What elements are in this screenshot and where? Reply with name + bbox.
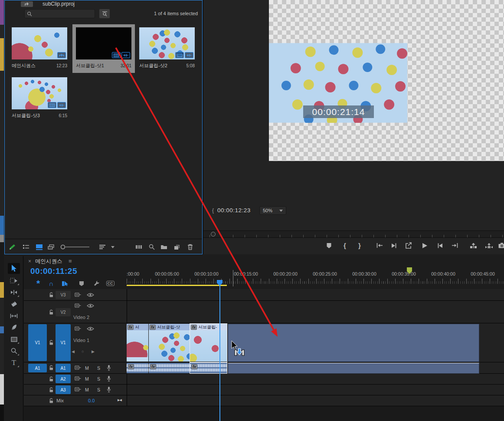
rectangle-tool[interactable] [8,334,20,345]
timeline-clip-video-3-selected[interactable]: fx서브클립- [190,324,227,362]
mute-toggle[interactable]: M [85,387,89,392]
track-lock-toggle[interactable] [49,340,54,345]
search-input[interactable] [24,9,95,18]
timeline-tab[interactable]: 메인시퀀스 [35,258,62,265]
step-forward-button[interactable] [435,241,444,250]
mark-out-button[interactable]: } [355,241,364,250]
ripple-edit-tool[interactable] [8,287,20,298]
mark-in-button[interactable]: { [340,241,349,250]
source-patch-a1[interactable]: A1 [28,364,47,372]
extract-button[interactable] [484,241,493,250]
track-name[interactable]: Video 1 [73,338,89,343]
sync-lock-toggle[interactable] [75,376,81,381]
track-lock-toggle[interactable] [49,387,54,393]
mute-toggle[interactable]: M [85,376,89,382]
track-lane-mix[interactable] [127,395,504,406]
program-current-timecode[interactable]: 00:00:12:23 [217,207,251,214]
solo-toggle[interactable]: S [97,376,100,382]
track-name[interactable]: Video 2 [73,315,89,320]
timeline-clip-video-2[interactable]: fx서브클립-샷 [149,324,190,362]
timeline-clip-audio-1[interactable]: fx [127,363,148,373]
solo-toggle[interactable]: S [97,387,100,392]
new-bin-button[interactable] [160,243,168,251]
type-tool[interactable]: T [8,357,20,368]
track-select-forward-tool[interactable] [8,275,20,286]
track-lock-toggle[interactable] [49,309,54,315]
target-track-a1[interactable]: A1 [56,364,71,372]
sync-lock-toggle[interactable] [75,303,81,308]
timeline-ruler[interactable]: :00:00 00:00:05:00 00:00:10:00 00:00:15:… [127,269,504,289]
timeline-current-timecode[interactable]: 00:00:11:25 [30,266,77,276]
go-to-in-button[interactable] [375,241,383,250]
step-back-button[interactable] [389,241,398,250]
sync-lock-toggle[interactable] [75,326,81,331]
track-lock-toggle[interactable] [49,398,54,404]
go-to-out-button[interactable] [451,241,459,250]
timeline-settings-button[interactable] [92,280,101,287]
sort-chevron[interactable] [109,243,117,251]
panel-menu-icon[interactable]: ≡ [69,258,72,264]
thumbnail-zoom-slider[interactable] [60,243,91,251]
mute-toggle[interactable]: M [85,365,89,371]
track-lane-a3[interactable] [127,385,504,395]
snap-toggle[interactable]: ∩ [46,280,56,287]
track-lock-toggle[interactable] [49,292,54,298]
slip-tool[interactable] [8,310,20,321]
project-writable-toggle[interactable] [8,243,16,251]
lift-button[interactable] [469,241,478,250]
track-output-toggle[interactable] [87,293,94,297]
playhead-line[interactable] [219,284,220,421]
list-view-button[interactable] [22,243,30,251]
next-keyframe-button[interactable]: ▶ [92,349,95,354]
target-track-v1[interactable]: V1 [56,324,71,361]
sync-lock-toggle[interactable] [75,365,81,370]
target-track-v3[interactable]: V3 [56,291,71,299]
close-icon[interactable]: × [28,258,31,264]
add-marker-button[interactable] [77,280,86,287]
add-keyframe-button[interactable]: ○ [82,349,84,354]
project-item-subclip-shot2[interactable]: 서브클립-샷25:08 [136,24,198,73]
track-output-toggle[interactable] [87,326,94,331]
timeline-clip-video-1[interactable]: fx서 [127,324,148,362]
new-item-button[interactable] [173,243,181,251]
project-item-subclip-shot1[interactable]: 서브클립-샷132:01 [72,24,135,73]
freeform-view-button[interactable] [47,243,55,251]
icon-view-button[interactable] [35,243,43,251]
previous-keyframe-button[interactable]: ◀ [72,349,75,354]
source-patch-v1[interactable]: V1 [28,324,47,361]
target-track-a3[interactable]: A3 [56,385,71,394]
sync-lock-toggle[interactable] [75,387,81,392]
razor-tool[interactable] [8,299,20,309]
selection-tool[interactable] [8,263,20,274]
linked-selection-toggle[interactable] [60,280,70,287]
voiceover-record-button[interactable] [107,386,111,393]
delete-button[interactable] [186,243,194,251]
solo-toggle[interactable]: S [97,365,100,371]
monitor-scrub-ruler[interactable] [203,230,504,238]
track-lane-a2[interactable] [127,374,504,385]
add-marker-button[interactable] [324,241,333,250]
keyframe-bowtie-icon[interactable]: ▶◀ [118,398,121,402]
pen-tool[interactable] [8,322,20,333]
captions-button[interactable]: CC [105,280,115,287]
track-output-toggle[interactable] [87,303,94,308]
navigate-up-button[interactable] [21,1,33,7]
monitor-zoom-select[interactable]: 50% [259,206,286,215]
automate-to-sequence-button[interactable] [135,243,143,251]
find-button[interactable] [99,9,110,18]
project-item-subclip-shot3[interactable]: 서브클립-샷36:15 [8,74,71,123]
track-lane-v2[interactable] [127,301,504,323]
nest-toggle[interactable]: * [33,280,43,287]
monitor-playhead-knob[interactable] [211,232,216,237]
timeline-clip-audio-3-selected[interactable]: fx [190,363,227,373]
target-track-a2[interactable]: A2 [56,375,71,383]
project-item-main-sequence[interactable]: 메인시퀀스12:23 [8,24,71,73]
timeline-clip-audio-2[interactable]: fx [149,363,190,373]
sync-lock-toggle[interactable] [75,293,81,297]
export-button[interactable] [404,241,413,250]
sort-button[interactable] [98,243,106,251]
track-lock-toggle[interactable] [49,376,54,382]
target-track-v2[interactable]: V2 [56,308,71,316]
play-button[interactable] [420,241,429,250]
zoom-tool[interactable] [8,345,20,356]
